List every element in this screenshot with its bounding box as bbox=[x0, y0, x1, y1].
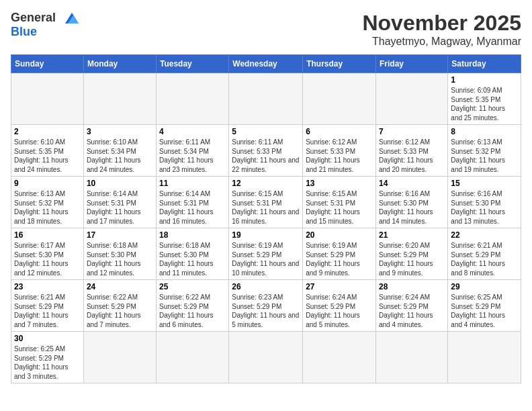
header-monday: Monday bbox=[83, 55, 156, 73]
location-title: Thayetmyo, Magway, Myanmar bbox=[362, 36, 521, 48]
empty-cell bbox=[376, 332, 448, 383]
logo: General Blue bbox=[11, 11, 79, 39]
day-25: 25 Sunrise: 6:22 AM Sunset: 5:29 PM Dayl… bbox=[156, 280, 228, 332]
weekday-header-row: Sunday Monday Tuesday Wednesday Thursday… bbox=[11, 55, 521, 73]
logo-general-text: General bbox=[11, 11, 56, 25]
day-21: 21 Sunrise: 6:20 AM Sunset: 5:29 PM Dayl… bbox=[376, 228, 448, 280]
calendar-row-3: 9 Sunrise: 6:13 AM Sunset: 5:32 PM Dayli… bbox=[11, 177, 521, 228]
day-13: 13 Sunrise: 6:15 AM Sunset: 5:31 PM Dayl… bbox=[303, 177, 376, 228]
header-tuesday: Tuesday bbox=[156, 55, 228, 73]
header-saturday: Saturday bbox=[448, 55, 521, 73]
day-9: 9 Sunrise: 6:13 AM Sunset: 5:32 PM Dayli… bbox=[11, 177, 84, 228]
day-info-2: Sunrise: 6:10 AM Sunset: 5:35 PM Dayligh… bbox=[14, 138, 81, 174]
logo-blue-text: Blue bbox=[11, 25, 37, 39]
day-15: 15 Sunrise: 6:16 AM Sunset: 5:30 PM Dayl… bbox=[448, 177, 521, 228]
day-info-1: Sunrise: 6:09 AM Sunset: 5:35 PM Dayligh… bbox=[451, 86, 518, 122]
day-30: 30 Sunrise: 6:25 AM Sunset: 5:29 PM Dayl… bbox=[11, 332, 84, 383]
day-12: 12 Sunrise: 6:15 AM Sunset: 5:31 PM Dayl… bbox=[229, 177, 303, 228]
calendar-row-1: 1 Sunrise: 6:09 AM Sunset: 5:35 PM Dayli… bbox=[11, 73, 521, 125]
sunrise-val-1: 6:09 AM bbox=[478, 87, 502, 94]
empty-cell bbox=[156, 332, 228, 383]
empty-cell bbox=[303, 332, 376, 383]
day-number-1: 1 bbox=[451, 75, 518, 85]
sunrise-label-1: Sunrise: bbox=[451, 87, 476, 94]
sunset-label-1: Sunset: bbox=[451, 96, 474, 103]
day-7: 7 Sunrise: 6:12 AM Sunset: 5:33 PM Dayli… bbox=[376, 125, 448, 177]
day-number-2: 2 bbox=[14, 127, 81, 136]
day-8: 8 Sunrise: 6:13 AM Sunset: 5:32 PM Dayli… bbox=[448, 125, 521, 177]
sunset-val-1: 5:35 PM bbox=[476, 96, 500, 103]
header-friday: Friday bbox=[376, 55, 448, 73]
day-17: 17 Sunrise: 6:18 AM Sunset: 5:30 PM Dayl… bbox=[83, 228, 156, 280]
day-10: 10 Sunrise: 6:14 AM Sunset: 5:31 PM Dayl… bbox=[83, 177, 156, 228]
calendar: Sunday Monday Tuesday Wednesday Thursday… bbox=[11, 54, 521, 383]
header: General Blue November 2025 Thayetmyo, Ma… bbox=[11, 11, 521, 48]
empty-cell bbox=[83, 73, 156, 125]
empty-cell bbox=[156, 73, 228, 125]
day-2: 2 Sunrise: 6:10 AM Sunset: 5:35 PM Dayli… bbox=[11, 125, 84, 177]
day-29: 29 Sunrise: 6:25 AM Sunset: 5:29 PM Dayl… bbox=[448, 280, 521, 332]
day-20: 20 Sunrise: 6:19 AM Sunset: 5:29 PM Dayl… bbox=[303, 228, 376, 280]
empty-cell bbox=[229, 332, 303, 383]
header-thursday: Thursday bbox=[303, 55, 376, 73]
day-4: 4 Sunrise: 6:11 AM Sunset: 5:34 PM Dayli… bbox=[156, 125, 228, 177]
day-28: 28 Sunrise: 6:24 AM Sunset: 5:29 PM Dayl… bbox=[376, 280, 448, 332]
empty-cell bbox=[376, 73, 448, 125]
header-sunday: Sunday bbox=[11, 55, 84, 73]
empty-cell bbox=[303, 73, 376, 125]
empty-cell bbox=[83, 332, 156, 383]
day-19: 19 Sunrise: 6:19 AM Sunset: 5:29 PM Dayl… bbox=[229, 228, 303, 280]
day-22: 22 Sunrise: 6:21 AM Sunset: 5:29 PM Dayl… bbox=[448, 228, 521, 280]
day-5: 5 Sunrise: 6:11 AM Sunset: 5:33 PM Dayli… bbox=[229, 125, 303, 177]
title-section: November 2025 Thayetmyo, Magway, Myanmar bbox=[362, 11, 521, 48]
empty-cell bbox=[448, 332, 521, 383]
calendar-row-4: 16 Sunrise: 6:17 AM Sunset: 5:30 PM Dayl… bbox=[11, 228, 521, 280]
day-18: 18 Sunrise: 6:18 AM Sunset: 5:30 PM Dayl… bbox=[156, 228, 228, 280]
calendar-row-6: 30 Sunrise: 6:25 AM Sunset: 5:29 PM Dayl… bbox=[11, 332, 521, 383]
empty-cell bbox=[11, 73, 84, 125]
month-title: November 2025 bbox=[362, 11, 521, 36]
day-11: 11 Sunrise: 6:14 AM Sunset: 5:31 PM Dayl… bbox=[156, 177, 228, 228]
calendar-row-2: 2 Sunrise: 6:10 AM Sunset: 5:35 PM Dayli… bbox=[11, 125, 521, 177]
daylight-label-1: Daylight: bbox=[451, 105, 477, 112]
calendar-row-5: 23 Sunrise: 6:21 AM Sunset: 5:29 PM Dayl… bbox=[11, 280, 521, 332]
day-26: 26 Sunrise: 6:23 AM Sunset: 5:29 PM Dayl… bbox=[229, 280, 303, 332]
header-wednesday: Wednesday bbox=[229, 55, 303, 73]
day-27: 27 Sunrise: 6:24 AM Sunset: 5:29 PM Dayl… bbox=[303, 280, 376, 332]
day-6: 6 Sunrise: 6:12 AM Sunset: 5:33 PM Dayli… bbox=[303, 125, 376, 177]
empty-cell bbox=[229, 73, 303, 125]
day-16: 16 Sunrise: 6:17 AM Sunset: 5:30 PM Dayl… bbox=[11, 228, 84, 280]
day-3: 3 Sunrise: 6:10 AM Sunset: 5:34 PM Dayli… bbox=[83, 125, 156, 177]
day-1: 1 Sunrise: 6:09 AM Sunset: 5:35 PM Dayli… bbox=[448, 73, 521, 125]
day-14: 14 Sunrise: 6:16 AM Sunset: 5:30 PM Dayl… bbox=[376, 177, 448, 228]
day-23: 23 Sunrise: 6:21 AM Sunset: 5:29 PM Dayl… bbox=[11, 280, 84, 332]
day-24: 24 Sunrise: 6:22 AM Sunset: 5:29 PM Dayl… bbox=[83, 280, 156, 332]
logo-icon bbox=[58, 11, 79, 25]
